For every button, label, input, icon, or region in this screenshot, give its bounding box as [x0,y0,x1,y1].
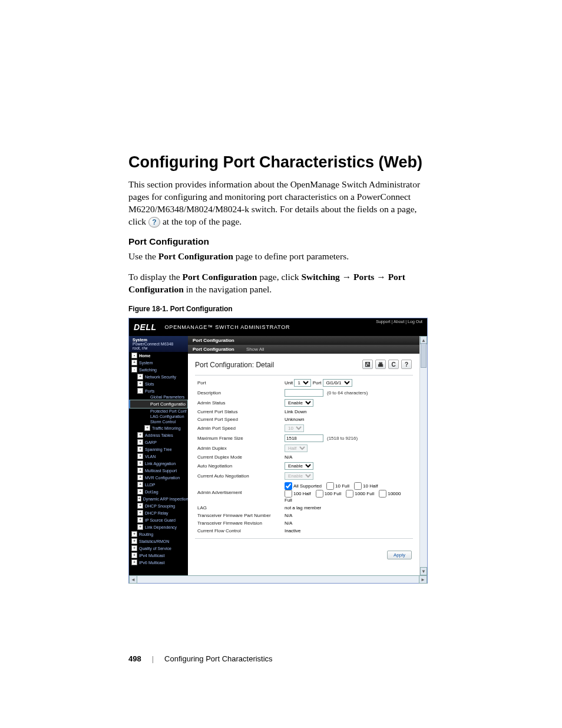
sidebar-item[interactable]: Dynamic ARP Inspection [129,495,188,502]
label-lag: LAG [195,504,282,512]
sidebar-horizontal-scrollbar[interactable]: ◄ ► [129,575,427,583]
minus-icon[interactable] [131,353,137,358]
scroll-down-icon[interactable]: ▼ [420,567,427,575]
plus-icon[interactable] [144,425,150,431]
help-button-icon[interactable]: ? [401,360,412,369]
sidebar-item[interactable]: Dot1ag [129,488,188,495]
plus-icon[interactable] [131,545,137,551]
adv-option[interactable]: 100 Full [316,491,341,496]
adv-checkbox[interactable] [379,490,386,498]
content-scrollbar[interactable]: ▲ ▼ [419,336,427,575]
plus-icon[interactable] [131,531,137,537]
sidebar-item[interactable]: IP Source Guard [129,516,188,523]
save-icon[interactable]: 🖫 [362,360,373,369]
tab-port-configuration[interactable]: Port Configuration [193,347,234,352]
sidebar-item[interactable]: Link Dependency [129,523,188,531]
print-icon[interactable]: 🖶 [375,360,386,369]
adv-option[interactable]: All Supported [285,483,322,489]
plus-icon[interactable] [137,510,143,516]
adv-checkbox[interactable] [285,482,292,490]
sidebar-item[interactable]: Home [129,352,188,359]
sidebar-item[interactable]: Quality of Service [129,545,188,552]
top-links[interactable]: Support | About | Log Out [376,319,422,324]
tab-bar: Port Configuration Show All [188,345,420,354]
plus-icon[interactable] [137,432,143,438]
sidebar-item[interactable]: Protected Port Conf [129,409,188,414]
adv-checkbox[interactable] [285,490,292,498]
label-admin-adv: Admin Advertisement [195,481,282,504]
plus-icon[interactable] [137,503,143,509]
adv-checkbox[interactable] [326,482,334,490]
sidebar-item[interactable]: Traffic Mirroring [129,424,188,431]
plus-icon[interactable] [131,552,137,558]
sidebar-item[interactable]: IPv6 Multicast [129,559,188,566]
plus-icon[interactable] [131,538,137,544]
sidebar-item[interactable]: DHCP Snooping [129,502,188,509]
plus-icon[interactable] [137,489,143,495]
sidebar-item-label: Link Aggregation [145,462,176,466]
minus-icon[interactable] [137,388,143,394]
apply-button[interactable]: Apply [387,551,412,559]
scroll-right-icon[interactable]: ► [419,575,427,584]
sidebar-item[interactable]: IPv4 Multicast [129,552,188,559]
plus-icon[interactable] [137,496,141,502]
sidebar-item[interactable]: GARP [129,439,188,446]
tab-show-all[interactable]: Show All [246,347,265,352]
max-frame-input[interactable] [285,434,323,442]
sidebar-item[interactable]: Statistics/RMON [129,538,188,545]
sidebar-item[interactable]: Storm Control [129,419,188,424]
admin-status-select[interactable]: Enable [285,399,313,407]
sidebar-item[interactable]: DHCP Relay [129,509,188,516]
sidebar-item[interactable]: Link Aggregation [129,460,188,467]
scroll-left-icon[interactable]: ◄ [129,575,137,584]
value-fw-rev: N/A [282,519,413,527]
plus-icon[interactable] [137,524,143,530]
sidebar-item[interactable]: LAG Configuration [129,414,188,419]
sidebar-item[interactable]: Routing [129,531,188,538]
plus-icon[interactable] [131,559,137,565]
label-admin-duplex: Admin Duplex [195,443,282,453]
sidebar-item[interactable]: System [129,359,188,366]
value-current-port-status: Link Down [282,408,413,416]
auto-neg-select[interactable]: Enable [285,462,313,470]
minus-icon[interactable] [131,367,137,373]
sidebar-item[interactable]: Global Parameters [129,394,188,400]
adv-option[interactable]: 1000 Full [346,491,374,496]
port-select[interactable]: Gi1/0/1 [323,379,352,387]
description-input[interactable] [285,389,323,397]
adv-option[interactable]: 10 Full [326,483,349,489]
sidebar-item[interactable]: LLDP [129,481,188,488]
sidebar-item-label: Statistics/RMON [139,539,169,543]
sidebar-item[interactable]: Slots [129,380,188,387]
adv-checkbox[interactable] [346,490,353,498]
sidebar-item[interactable]: Spanning Tree [129,446,188,453]
sidebar-item[interactable]: Multicast Support [129,467,188,474]
plus-icon[interactable] [137,467,143,473]
plus-icon[interactable] [137,439,143,445]
sidebar-item[interactable]: Port Configuratio [129,400,188,409]
adv-option[interactable]: 10 Half [354,483,378,489]
adv-option[interactable]: 100 Half [285,491,311,496]
plus-icon[interactable] [137,482,143,487]
scroll-thumb[interactable] [421,343,427,368]
sidebar-item[interactable]: Address Tables [129,431,188,439]
sidebar-item[interactable]: MVR Configuration [129,474,188,481]
plus-icon[interactable] [137,453,143,459]
label-fw-part: Transceiver Firmware Part Number [195,512,282,519]
adv-checkbox[interactable] [316,490,323,498]
sidebar-item[interactable]: Ports [129,387,188,394]
plus-icon[interactable] [137,381,143,387]
plus-icon[interactable] [131,360,137,365]
unit-select[interactable]: 1 [294,379,311,387]
refresh-icon[interactable]: C [388,360,399,369]
sidebar-item[interactable]: VLAN [129,453,188,460]
plus-icon[interactable] [137,517,143,523]
plus-icon[interactable] [137,460,143,466]
plus-icon[interactable] [137,475,143,480]
plus-icon[interactable] [137,446,143,452]
admin-adv-options: All Supported10 Full10 Half100 Half100 F… [282,481,413,504]
sidebar-item[interactable]: Network Security [129,373,188,380]
adv-checkbox[interactable] [354,482,362,490]
plus-icon[interactable] [137,374,143,380]
sidebar-item[interactable]: Switching [129,366,188,373]
